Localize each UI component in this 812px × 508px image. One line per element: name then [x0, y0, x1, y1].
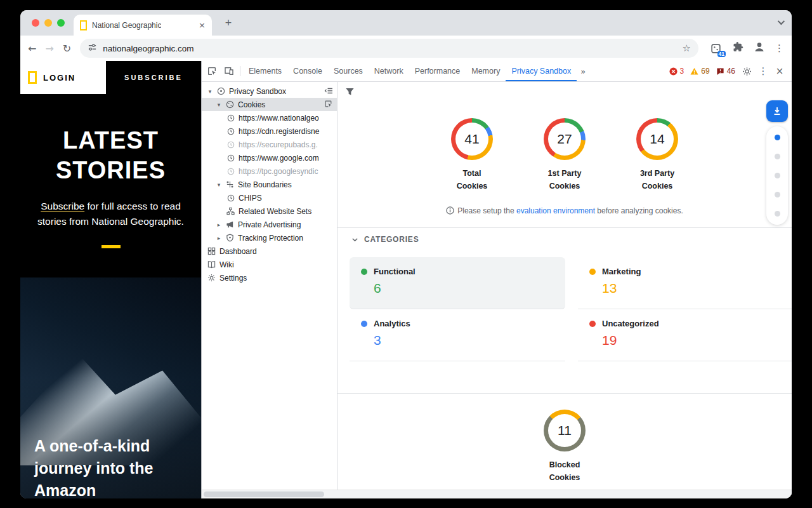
devtools-body: ▾ Privacy Sandbox ▾ — [202, 82, 792, 490]
tab-close-icon[interactable]: × — [199, 21, 206, 29]
marketing-dot-icon — [589, 269, 596, 275]
tab-memory[interactable]: Memory — [466, 61, 506, 81]
device-toolbar-icon[interactable] — [220, 63, 237, 80]
expand-arrow-icon[interactable]: ▾ — [207, 88, 213, 95]
issues-icon — [716, 67, 724, 76]
console-warnings-badge[interactable]: 69 — [690, 67, 709, 76]
new-tab-button[interactable]: + — [221, 15, 236, 30]
uncategorized-dot-icon — [589, 321, 596, 327]
privacy-sandbox-icon — [216, 86, 226, 96]
natgeo-logo-icon[interactable] — [28, 71, 37, 84]
collapsed-arrow-icon[interactable]: ▸ — [216, 222, 222, 228]
browser-toolbar: ← → ↻ nationalgeographic.com ☆ 41 ⋮ — [20, 36, 792, 61]
site-boundaries-icon — [225, 180, 235, 189]
nav-dot[interactable] — [775, 135, 780, 140]
collapse-list-icon[interactable] — [324, 86, 334, 96]
expand-arrow-icon[interactable]: ▾ — [216, 102, 222, 108]
tree-item-privacy-sandbox[interactable]: ▾ Privacy Sandbox — [202, 84, 337, 98]
tab-performance[interactable]: Performance — [409, 61, 466, 81]
tab-title: National Geographic — [92, 21, 161, 30]
site-settings-icon[interactable] — [88, 43, 97, 55]
categories-header[interactable]: CATEGORIES — [351, 235, 419, 244]
category-cards: Functional 6 Marketing 13 Analytics 3 — [350, 257, 792, 361]
forward-button[interactable]: → — [45, 43, 53, 55]
privacy-sandbox-sidebar: ▾ Privacy Sandbox ▾ — [202, 82, 337, 490]
tree-item-settings[interactable]: Settings — [202, 271, 337, 284]
url-text: nationalgeographic.com — [103, 44, 193, 53]
inspect-cursor-icon[interactable] — [324, 100, 334, 109]
console-errors-badge[interactable]: 3 — [669, 67, 684, 76]
bookmark-star-icon[interactable]: ☆ — [683, 43, 691, 54]
profile-avatar[interactable] — [753, 41, 766, 56]
tree-item-dashboard[interactable]: Dashboard — [202, 244, 337, 258]
category-card-marketing[interactable]: Marketing 13 — [578, 257, 792, 309]
chevron-down-icon — [351, 236, 358, 243]
tree-item-origin-nationalgeographic[interactable]: https://www.nationalgeo — [202, 111, 337, 124]
inspect-element-icon[interactable] — [203, 63, 220, 80]
browser-tab[interactable]: National Geographic × — [74, 15, 212, 36]
nav-dot[interactable] — [775, 192, 780, 197]
horizontal-scrollbar[interactable] — [202, 490, 792, 498]
warning-icon — [690, 67, 698, 76]
tab-elements[interactable]: Elements — [243, 61, 287, 81]
section-divider — [337, 227, 792, 228]
close-window-button[interactable] — [32, 19, 39, 27]
book-icon — [207, 260, 216, 269]
devtools-panel: Elements Console Sources Network Perform… — [201, 61, 792, 498]
tree-item-cookies[interactable]: ▾ Cookies — [202, 98, 337, 111]
category-card-analytics[interactable]: Analytics 3 — [350, 309, 565, 361]
privacy-sandbox-extension-button[interactable]: 41 — [707, 41, 724, 56]
tree-item-site-boundaries[interactable]: ▾ Site Boundaries — [202, 178, 337, 191]
more-tabs-button[interactable]: » — [577, 67, 589, 76]
clock-icon — [226, 140, 235, 149]
login-link[interactable]: LOGIN — [43, 73, 75, 83]
category-card-uncategorized[interactable]: Uncategorized 19 — [578, 309, 792, 361]
subscribe-link[interactable]: Subscribe — [41, 201, 84, 211]
tab-search-chevron-icon[interactable] — [778, 18, 785, 25]
issues-badge[interactable]: 46 — [716, 67, 735, 76]
tree-item-private-advertising[interactable]: ▸ Private Advertising — [202, 218, 337, 231]
scrollbar-thumb[interactable] — [204, 491, 324, 497]
devtools-tabbar: Elements Console Sources Network Perform… — [202, 61, 792, 82]
tree-item-origin-googlesyndication[interactable]: https://tpc.googlesyndic — [202, 164, 337, 178]
tree-item-chips[interactable]: CHIPS — [202, 191, 337, 204]
browser-menu-icon[interactable]: ⋮ — [775, 43, 784, 54]
first-party-cookies-label: 1st PartyCookies — [536, 167, 593, 192]
zoom-window-button[interactable] — [57, 19, 65, 27]
expand-arrow-icon[interactable]: ▾ — [216, 182, 222, 188]
tree-item-origin-registerdisney[interactable]: https://cdn.registerdisne — [202, 124, 337, 138]
filter-funnel-icon[interactable] — [345, 87, 355, 99]
minimize-window-button[interactable] — [44, 19, 52, 27]
shield-icon — [225, 233, 235, 243]
category-card-functional[interactable]: Functional 6 — [350, 257, 565, 309]
tree-item-wiki[interactable]: Wiki — [202, 258, 337, 271]
reload-button[interactable]: ↻ — [63, 43, 71, 55]
dashboard-grid-icon — [207, 246, 216, 256]
tab-privacy-sandbox[interactable]: Privacy Sandbox — [506, 61, 577, 81]
subscribe-button[interactable]: SUBSCRIBE — [106, 61, 201, 94]
download-report-button[interactable] — [766, 100, 788, 122]
devtools-close-icon[interactable]: × — [771, 63, 788, 79]
evaluation-environment-link[interactable]: evaluation environment — [516, 206, 595, 215]
address-bar[interactable]: nationalgeographic.com ☆ — [80, 39, 698, 58]
functional-dot-icon — [361, 269, 367, 275]
tree-item-origin-google[interactable]: https://www.google.com — [202, 151, 337, 164]
nav-dot[interactable] — [775, 173, 780, 178]
collapsed-arrow-icon[interactable]: ▸ — [216, 235, 222, 241]
total-cookies-label: TotalCookies — [443, 167, 501, 192]
tree-item-origin-securepubads[interactable]: https://securepubads.g. — [202, 138, 337, 151]
devtools-menu-icon[interactable]: ⋮ — [755, 63, 771, 79]
tab-network[interactable]: Network — [369, 61, 409, 81]
hero-caption: A one-of-a-kind journey into the Amazon — [34, 435, 187, 498]
nav-dot[interactable] — [775, 211, 780, 217]
tab-console[interactable]: Console — [287, 61, 328, 81]
devtools-settings-icon[interactable] — [738, 63, 755, 79]
extensions-puzzle-icon[interactable] — [733, 41, 744, 55]
tree-item-tracking-protection[interactable]: ▸ Tracking Protection — [202, 231, 337, 244]
hero-image: A one-of-a-kind journey into the Amazon — [20, 277, 201, 498]
tab-sources[interactable]: Sources — [328, 61, 369, 81]
site-header: LOGIN SUBSCRIBE — [20, 61, 201, 94]
back-button[interactable]: ← — [28, 43, 36, 55]
nav-dot[interactable] — [775, 154, 780, 159]
tree-item-related-website-sets[interactable]: Related Website Sets — [202, 204, 337, 218]
